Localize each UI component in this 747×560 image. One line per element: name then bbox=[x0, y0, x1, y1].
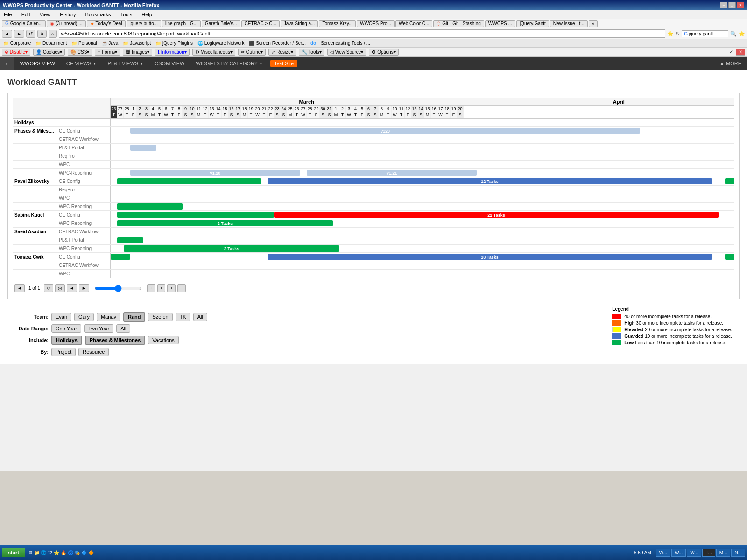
nav-csom-view[interactable]: CSOM VIEW bbox=[149, 57, 190, 70]
zoom-refresh-button[interactable]: ⟳ bbox=[44, 284, 53, 292]
disable-btn[interactable]: ⊘ Disable▾ bbox=[2, 49, 30, 56]
bookmark-new-issue[interactable]: New Issue - t... bbox=[550, 20, 588, 27]
daterange-twoyear[interactable]: Two Year bbox=[84, 324, 113, 333]
march-label: March bbox=[111, 98, 503, 105]
zoom-fit-button[interactable]: ◎ bbox=[55, 284, 65, 292]
include-phases[interactable]: Phases & Milestones bbox=[85, 336, 145, 345]
table-row: WPC bbox=[13, 194, 734, 203]
back-button[interactable]: ◄ bbox=[2, 30, 12, 38]
close-dev-btn[interactable]: ✕ bbox=[736, 49, 745, 56]
team-evan[interactable]: Evan bbox=[51, 313, 71, 321]
next-button2[interactable]: ► bbox=[79, 284, 89, 292]
stop-button[interactable]: ✕ bbox=[37, 30, 47, 38]
bookmark-todays-deal[interactable]: ★ Today's Deal bbox=[87, 20, 126, 27]
bookmark-more[interactable]: » bbox=[589, 20, 598, 27]
bookmark-jquery-btn[interactable]: jquery butto... bbox=[127, 20, 162, 27]
css-btn[interactable]: 🎨 CSS▾ bbox=[68, 49, 92, 56]
menu-edit[interactable]: Edit bbox=[20, 11, 32, 18]
options-btn[interactable]: ⚙ Options▾ bbox=[369, 49, 398, 56]
team-manav[interactable]: Manav bbox=[97, 313, 120, 321]
team-all[interactable]: All bbox=[193, 313, 207, 321]
bookmark-tomasz[interactable]: Tomasz Krzy... bbox=[319, 20, 356, 27]
expand-button[interactable]: + bbox=[147, 284, 155, 292]
menu-file[interactable]: File bbox=[2, 11, 14, 18]
team-szefen[interactable]: Szefen bbox=[148, 313, 172, 321]
home-nav-button[interactable]: ⌂ bbox=[49, 30, 57, 38]
daterange-oneyear[interactable]: One Year bbox=[51, 324, 81, 333]
bookmark-gareth[interactable]: Gareth Bale's... bbox=[202, 20, 240, 27]
menu-history[interactable]: History bbox=[58, 11, 78, 18]
cookies-btn[interactable]: 👤 Cookies▾ bbox=[33, 49, 65, 56]
misc-btn[interactable]: ⚙ Miscellaneous▾ bbox=[192, 49, 235, 56]
table-row: Saeid AsadianCETRAC Workflow bbox=[13, 228, 734, 236]
nav-more[interactable]: ▲ MORE bbox=[714, 57, 747, 70]
include-holidays[interactable]: Holidays bbox=[51, 336, 82, 345]
search-go-icon[interactable]: 🔍 bbox=[730, 31, 737, 37]
table-row: WPC-Reporting2 Tasks bbox=[13, 245, 734, 253]
menu-bookmarks[interactable]: Bookmarks bbox=[84, 11, 113, 18]
bookmark-jquery-gantt[interactable]: jQuery.Gantt bbox=[516, 20, 549, 27]
menu-tools[interactable]: Tools bbox=[119, 11, 134, 18]
gantt-bar bbox=[117, 203, 183, 210]
legend-item-40: 40 or more incomplete tasks for a releas… bbox=[612, 314, 732, 319]
bookmark-cetrac[interactable]: CETRAC > C... bbox=[241, 20, 280, 27]
legend-color-high bbox=[612, 320, 621, 326]
by-resource[interactable]: Resource bbox=[78, 348, 109, 356]
expand-rows-button[interactable]: + bbox=[167, 284, 176, 292]
images-btn[interactable]: 🖼 Images▾ bbox=[123, 49, 152, 56]
include-vacations[interactable]: Vacations bbox=[148, 336, 179, 344]
minimize-button[interactable]: − bbox=[720, 2, 727, 8]
team-gary[interactable]: Gary bbox=[74, 313, 94, 321]
search-input[interactable] bbox=[689, 31, 726, 36]
include-label: Include: bbox=[11, 337, 49, 343]
view-source-btn[interactable]: ◁ View Source▾ bbox=[327, 49, 366, 56]
resize-btn[interactable]: ⤢ Resize▾ bbox=[268, 49, 296, 56]
tools-btn[interactable]: 🔧 Tools▾ bbox=[299, 49, 324, 56]
maximize-button[interactable]: □ bbox=[728, 2, 736, 8]
window-controls: − □ ✕ bbox=[720, 2, 744, 8]
nav-home[interactable]: ⌂ bbox=[0, 57, 14, 70]
ext-folder-personal: 📁 Personal bbox=[70, 40, 98, 46]
by-project[interactable]: Project bbox=[51, 348, 76, 356]
bookmark-webcolor[interactable]: Web Color C... bbox=[395, 20, 432, 27]
expand-button2[interactable]: + bbox=[157, 284, 166, 292]
bookmark-wwops2[interactable]: WWOPS ... bbox=[485, 20, 515, 27]
bookmark-google-cal[interactable]: G Google Calen... bbox=[2, 20, 46, 27]
ssl-icon: ⭐ bbox=[667, 31, 674, 37]
ext-folder-java: ☕ Java bbox=[100, 40, 120, 46]
bookmark-line-graph[interactable]: line graph - G... bbox=[162, 20, 201, 27]
outline-btn[interactable]: ✏ Outline▾ bbox=[238, 49, 266, 56]
nav-ce-views[interactable]: CE VIEWS ▼ bbox=[61, 57, 102, 70]
gantt-bar bbox=[117, 212, 274, 218]
bookmark-star-icon[interactable]: ⭐ bbox=[739, 31, 745, 37]
days-letters-row: TWTFSSMTWTFSSMTWTFSSMTWTFSSMTWTFSSMTWTFS… bbox=[111, 112, 734, 118]
gantt-bar bbox=[111, 254, 130, 260]
nav-wwops-view[interactable]: WWOPS VIEW bbox=[14, 57, 61, 70]
refresh-icon[interactable]: ↻ bbox=[676, 31, 680, 37]
nav-widgets[interactable]: WIDGETS BY CATEGORY ▼ bbox=[190, 57, 268, 70]
title-bar: WWOPS Productivity Center - Workload GAN… bbox=[0, 0, 747, 10]
prev-page-button[interactable]: ◄ bbox=[14, 284, 25, 292]
daterange-all[interactable]: All bbox=[116, 324, 130, 333]
forms-btn[interactable]: ≡ Forms▾ bbox=[95, 49, 120, 56]
collapse-button[interactable]: − bbox=[177, 284, 186, 292]
bookmark-git-stashing[interactable]: ⬡ Git - Git - Stashing bbox=[433, 20, 484, 27]
ext-folder-javascript: 📁 Javascript bbox=[121, 40, 152, 46]
information-btn[interactable]: ℹ Information▾ bbox=[155, 49, 190, 56]
bookmark-unread[interactable]: ◉ (3 unread) ... bbox=[47, 20, 85, 27]
gantt-bar: v120 bbox=[130, 128, 640, 134]
menu-help[interactable]: Help bbox=[140, 11, 154, 18]
bookmark-java[interactable]: Java String a... bbox=[281, 20, 318, 27]
reload-button[interactable]: ↺ bbox=[26, 30, 35, 38]
test-site-button[interactable]: Test Site bbox=[270, 60, 297, 67]
bookmark-wwops[interactable]: WWOPS Pro... bbox=[357, 20, 395, 27]
team-rand[interactable]: Rand bbox=[123, 312, 146, 322]
nav-plt-views[interactable]: PL&T VIEWS ▼ bbox=[102, 57, 149, 70]
forward-button[interactable]: ► bbox=[14, 30, 24, 38]
address-input[interactable] bbox=[59, 29, 665, 38]
team-tk[interactable]: TK bbox=[176, 313, 190, 321]
close-button[interactable]: ✕ bbox=[737, 2, 744, 8]
zoom-slider[interactable] bbox=[95, 285, 141, 292]
menu-view[interactable]: View bbox=[38, 11, 53, 18]
prev-button2[interactable]: ◄ bbox=[67, 284, 77, 292]
